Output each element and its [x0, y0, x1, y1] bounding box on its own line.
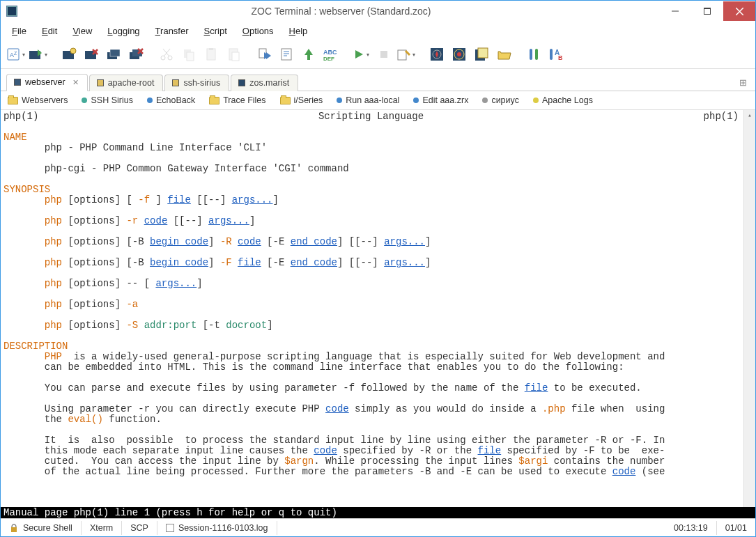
svg-text:ABC: ABC — [323, 49, 337, 56]
tool-stop-script[interactable] — [373, 43, 395, 65]
menu-file[interactable]: File — [5, 23, 33, 39]
terminal-new-icon — [61, 47, 77, 62]
dot-icon — [82, 98, 87, 103]
window-title: ZOC Terminal : webserver (Standard.zoc) — [23, 6, 659, 17]
lock-icon — [9, 523, 19, 533]
tool-disconnect[interactable] — [80, 43, 102, 65]
svg-rect-34 — [281, 49, 291, 60]
tool-close-session[interactable] — [125, 43, 147, 65]
paste-icon — [203, 47, 219, 62]
bookmark-edit-aaa-zrx[interactable]: Edit aaa.zrx — [413, 95, 468, 105]
term-header-left: php(1) — [3, 111, 38, 122]
terminal-del-icon — [128, 47, 144, 62]
tool-upload[interactable] — [275, 43, 298, 65]
tab-webserver[interactable]: webserver ✕ — [6, 74, 88, 91]
tool-host-directory[interactable]: AZ▾ — [5, 43, 27, 65]
tool-edit-script[interactable]: ▾ — [395, 43, 417, 65]
bookmark-bar: Webservers SSH Sirius EchoBack Trace Fil… — [1, 91, 755, 110]
tool-run-script[interactable]: ▾ — [350, 43, 373, 65]
man-text: php-cgi - PHP Common Gateway Interface '… — [3, 163, 349, 174]
tool-new-connection[interactable] — [58, 43, 80, 65]
bookmark-run-aaa-local[interactable]: Run aaa-local — [337, 95, 399, 105]
terminal-view[interactable]: php(1)Scripting Languagephp(1) NAME php … — [1, 110, 755, 507]
svg-point-11 — [70, 48, 76, 54]
tool-quick-connect[interactable]: ▾ — [27, 43, 49, 65]
close-icon — [736, 8, 743, 15]
dot-icon — [337, 98, 342, 103]
bookmark-apache-logs[interactable]: Apache Logs — [533, 95, 593, 105]
tubes-icon — [527, 47, 542, 62]
svg-rect-54 — [535, 49, 538, 60]
svg-rect-27 — [207, 49, 215, 60]
tool-cut[interactable] — [155, 43, 178, 65]
menu-script[interactable]: Script — [197, 23, 234, 39]
tab-icon — [172, 79, 179, 86]
svg-point-21 — [161, 56, 165, 60]
toolbar: AZ▾ ▾ ABCDEF ▾ ▾ — [1, 40, 755, 69]
tool-color-settings[interactable] — [523, 43, 546, 65]
dot-icon — [482, 98, 488, 103]
bookmark-webservers[interactable]: Webservers — [8, 95, 68, 105]
man-section-name: NAME — [3, 132, 27, 143]
menu-logging[interactable]: Logging — [100, 23, 146, 39]
maximize-button[interactable] — [691, 1, 723, 21]
tab-label: zos.marist — [249, 78, 289, 88]
bookmark-iseries[interactable]: i/Series — [280, 95, 323, 105]
tool-session-profile[interactable] — [448, 43, 470, 65]
menu-edit[interactable]: Edit — [35, 23, 64, 39]
checkbox-icon[interactable] — [166, 524, 174, 532]
menu-help[interactable]: Help — [282, 23, 315, 39]
terminal-status-line: Manual page php(1) line 1 (press h for h… — [1, 507, 755, 518]
minimize-button[interactable] — [659, 1, 691, 21]
tab-ssh-sirius[interactable]: ssh-sirius — [164, 75, 229, 91]
svg-rect-30 — [232, 52, 239, 61]
svg-text:Z: Z — [14, 51, 17, 56]
scrollbar[interactable]: ▴ — [743, 110, 755, 507]
tool-open-folder[interactable] — [493, 43, 515, 65]
menu-options[interactable]: Options — [236, 23, 281, 39]
bookmark-sirius-cyr[interactable]: сириус — [482, 95, 519, 105]
tool-paste[interactable] — [200, 43, 222, 65]
scroll-up-icon[interactable]: ▴ — [744, 110, 755, 122]
svg-marker-41 — [355, 50, 363, 59]
minimize-icon — [672, 8, 679, 15]
bookmark-ssh-sirius[interactable]: SSH Sirius — [82, 95, 132, 105]
app-icon — [6, 6, 17, 17]
tab-grid-button[interactable]: ⊞ — [739, 77, 750, 91]
svg-point-50 — [457, 52, 461, 56]
pencil-icon — [396, 47, 411, 62]
tab-close-icon[interactable]: ✕ — [72, 78, 79, 87]
dot-icon — [147, 98, 153, 103]
menu-view[interactable]: View — [65, 23, 99, 39]
tool-font-settings[interactable]: AB — [546, 43, 568, 65]
tool-print[interactable] — [222, 43, 245, 65]
book-icon: AZ — [6, 47, 21, 62]
status-log[interactable]: Session-1116-0103.log — [157, 521, 277, 535]
svg-rect-53 — [530, 49, 532, 60]
tubes-ab-icon: AB — [548, 47, 565, 62]
menu-transfer[interactable]: Transfer — [148, 23, 196, 39]
man-text: php - PHP Command Line Interface 'CLI' — [3, 142, 267, 153]
tool-abc[interactable]: ABCDEF — [320, 43, 342, 65]
close-button[interactable] — [723, 1, 755, 21]
svg-rect-58 — [11, 527, 17, 532]
svg-text:DEF: DEF — [323, 56, 334, 62]
bookmark-echoback[interactable]: EchoBack — [147, 95, 195, 105]
tab-apache-root[interactable]: apache-root — [89, 75, 164, 91]
bookmark-trace-files[interactable]: Trace Files — [209, 95, 265, 105]
tool-copy[interactable] — [178, 43, 200, 65]
status-bar: Secure Shell Xterm SCP Session-1116-0103… — [1, 518, 755, 536]
tool-download[interactable] — [253, 43, 275, 65]
tool-reconnect[interactable] — [102, 43, 125, 65]
tool-options[interactable] — [426, 43, 448, 65]
download-icon — [256, 47, 272, 62]
folder-icon — [209, 97, 219, 104]
tab-zos-marist[interactable]: zos.marist — [231, 75, 298, 91]
tab-icon — [238, 79, 245, 86]
title-bar: ZOC Terminal : webserver (Standard.zoc) — [1, 1, 755, 22]
tab-label: webserver — [25, 77, 65, 87]
tool-send[interactable] — [298, 43, 320, 65]
tool-session-notes[interactable] — [470, 43, 493, 65]
maximize-icon — [704, 8, 711, 15]
tab-label: apache-root — [108, 78, 155, 88]
